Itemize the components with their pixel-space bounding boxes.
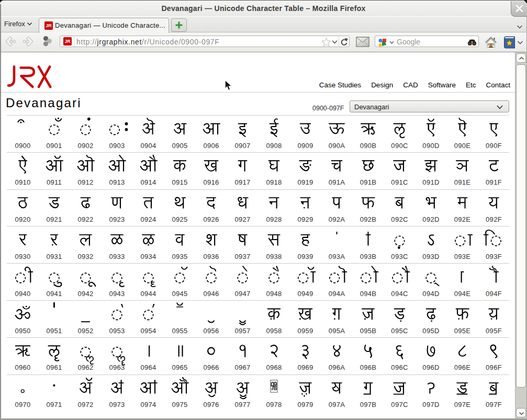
svg-text:0966: 0966 xyxy=(203,364,219,371)
svg-text:0953: 0953 xyxy=(109,327,125,335)
svg-text:0933: 0933 xyxy=(109,253,125,260)
svg-text:0934: 0934 xyxy=(140,253,156,260)
svg-text:0962: 0962 xyxy=(77,364,93,371)
svg-text:0904: 0904 xyxy=(140,142,156,150)
svg-text:095D: 095D xyxy=(422,327,439,335)
svg-text:0951: 0951 xyxy=(46,327,62,335)
svg-text:097F: 097F xyxy=(486,401,502,408)
svg-text:0945: 0945 xyxy=(172,290,187,298)
svg-text:0931: 0931 xyxy=(46,253,62,260)
svg-text:095E: 095E xyxy=(454,327,471,335)
svg-text:093E: 093E xyxy=(454,253,471,260)
svg-text:0973: 0973 xyxy=(109,401,125,408)
svg-text:090B: 090B xyxy=(360,142,377,150)
svg-text:0961: 0961 xyxy=(46,364,62,371)
svg-text:0914: 0914 xyxy=(140,178,156,186)
svg-text:0917: 0917 xyxy=(234,178,250,186)
svg-text:0969: 0969 xyxy=(297,364,313,371)
svg-text:0901: 0901 xyxy=(46,142,62,150)
svg-text:0925: 0925 xyxy=(172,215,187,223)
svg-text:0940: 0940 xyxy=(15,290,30,298)
svg-text:0926: 0926 xyxy=(203,215,219,223)
svg-text:0957: 0957 xyxy=(234,327,250,335)
svg-text:096B: 096B xyxy=(360,364,377,371)
svg-text:092A: 092A xyxy=(329,215,345,223)
svg-text:0974: 0974 xyxy=(140,401,156,408)
svg-text:095C: 095C xyxy=(391,327,408,335)
svg-text:097B: 097B xyxy=(360,401,377,408)
svg-text:091F: 091F xyxy=(486,178,502,186)
svg-text:093A: 093A xyxy=(329,253,345,260)
svg-text:0958: 0958 xyxy=(266,327,282,335)
svg-text:095F: 095F xyxy=(486,327,502,335)
svg-text:0971: 0971 xyxy=(46,401,62,408)
svg-text:0928: 0928 xyxy=(266,215,282,223)
svg-text:091B: 091B xyxy=(360,178,377,186)
svg-text:0944: 0944 xyxy=(140,290,156,298)
svg-text:0922: 0922 xyxy=(77,215,93,223)
svg-text:0942: 0942 xyxy=(77,290,93,298)
svg-text:0970: 0970 xyxy=(15,401,30,408)
svg-text:0902: 0902 xyxy=(77,142,93,150)
svg-text:094D: 094D xyxy=(422,290,439,298)
svg-text:0968: 0968 xyxy=(266,364,282,371)
svg-text:0903: 0903 xyxy=(109,142,125,150)
svg-text:0948: 0948 xyxy=(266,290,282,298)
svg-text:093B: 093B xyxy=(360,253,377,260)
svg-text:8: 8 xyxy=(273,384,277,392)
svg-text:0960: 0960 xyxy=(15,364,30,371)
svg-text:0946: 0946 xyxy=(203,290,219,298)
svg-text:091E: 091E xyxy=(454,178,471,186)
svg-text:093C: 093C xyxy=(391,253,408,260)
svg-text:0919: 0919 xyxy=(297,178,313,186)
svg-text:0900: 0900 xyxy=(15,142,30,150)
svg-text:0906: 0906 xyxy=(203,142,219,150)
svg-text:0937: 0937 xyxy=(234,253,250,260)
svg-text:0967: 0967 xyxy=(234,364,250,371)
svg-text:094E: 094E xyxy=(454,290,471,298)
svg-text:093F: 093F xyxy=(486,253,502,260)
svg-text:0954: 0954 xyxy=(140,327,156,335)
svg-text:0956: 0956 xyxy=(203,327,219,335)
svg-text:0965: 0965 xyxy=(172,364,187,371)
svg-text:0936: 0936 xyxy=(203,253,219,260)
svg-text:0924: 0924 xyxy=(140,215,156,223)
svg-text:0978: 0978 xyxy=(266,401,282,408)
svg-text:0921: 0921 xyxy=(46,215,62,223)
svg-text:091D: 091D xyxy=(422,178,439,186)
svg-text:090A: 090A xyxy=(329,142,345,150)
svg-text:0955: 0955 xyxy=(172,327,187,335)
svg-text:095A: 095A xyxy=(329,327,345,335)
svg-text:096D: 096D xyxy=(422,364,439,371)
svg-text:097D: 097D xyxy=(422,401,439,408)
svg-text:094C: 094C xyxy=(391,290,408,298)
svg-text:097E: 097E xyxy=(454,401,471,408)
svg-text:0916: 0916 xyxy=(203,178,219,186)
svg-text:0943: 0943 xyxy=(109,290,125,298)
svg-text:0909: 0909 xyxy=(297,142,313,150)
svg-text:0911: 0911 xyxy=(47,178,62,186)
svg-text:091C: 091C xyxy=(391,178,408,186)
svg-text:092D: 092D xyxy=(422,215,439,223)
svg-text:0950: 0950 xyxy=(15,327,30,335)
svg-text:0976: 0976 xyxy=(203,401,219,408)
svg-text:0959: 0959 xyxy=(297,327,313,335)
svg-text:0908: 0908 xyxy=(266,142,282,150)
svg-text:0975: 0975 xyxy=(172,401,187,408)
svg-text:0972: 0972 xyxy=(77,401,93,408)
svg-text:096F: 096F xyxy=(486,364,502,371)
svg-text:090E: 090E xyxy=(454,142,471,150)
svg-text:0941: 0941 xyxy=(46,290,62,298)
svg-text:0947: 0947 xyxy=(234,290,250,298)
svg-text:096E: 096E xyxy=(454,364,471,371)
svg-text:0938: 0938 xyxy=(266,253,282,260)
svg-text:096C: 096C xyxy=(391,364,408,371)
svg-text:0907: 0907 xyxy=(234,142,250,150)
svg-text:092B: 092B xyxy=(360,215,377,223)
svg-text:097A: 097A xyxy=(329,401,345,408)
svg-text:0905: 0905 xyxy=(172,142,187,150)
svg-text:097C: 097C xyxy=(391,401,408,408)
svg-text:094A: 094A xyxy=(329,290,345,298)
svg-text:094B: 094B xyxy=(360,290,377,298)
svg-text:092F: 092F xyxy=(486,215,502,223)
